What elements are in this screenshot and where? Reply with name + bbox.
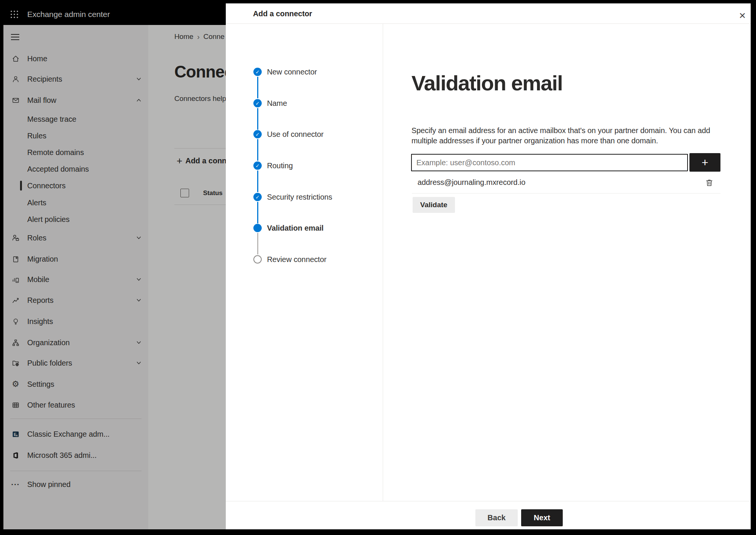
step-review-connector: ✓ Review connector (226, 251, 383, 268)
delete-address-button[interactable] (702, 176, 716, 189)
step-done-icon: ✓ (253, 99, 262, 107)
wizard-page-description: Specify an email address for an active m… (411, 126, 710, 146)
next-button[interactable]: Next (521, 509, 563, 526)
plus-icon: + (702, 156, 708, 169)
trash-icon (705, 178, 714, 187)
modal-overlay-scrim (3, 3, 226, 529)
app-window: Exchange admin center Home Recipients Ma… (3, 3, 751, 529)
check-icon: ✓ (256, 101, 260, 106)
added-address-item: address@journaling.mxrecord.io (418, 178, 525, 187)
step-security-restrictions: ✓ Security restrictions (226, 189, 383, 205)
validation-email-input[interactable] (411, 154, 688, 171)
add-email-address-button[interactable]: + (689, 153, 720, 172)
step-new-connector: ✓ New connector (226, 64, 383, 80)
close-icon[interactable]: × (735, 8, 750, 23)
add-connector-panel: Add a connector × ✓ New connector ✓ Name… (226, 3, 751, 529)
validate-button[interactable]: Validate (413, 197, 455, 213)
footer-divider (226, 501, 751, 501)
address-list-divider (412, 193, 720, 194)
back-button[interactable]: Back (475, 509, 518, 526)
step-current-icon: ✓ (253, 224, 262, 232)
step-done-icon: ✓ (253, 130, 262, 138)
panel-title: Add a connector (253, 9, 312, 18)
wizard-page-heading: Validation email (411, 71, 562, 95)
step-name: ✓ Name (226, 95, 383, 112)
step-use-of-connector: ✓ Use of connector (226, 126, 383, 143)
step-validation-email: ✓ Validation email (226, 220, 383, 236)
check-icon: ✓ (256, 194, 260, 200)
check-icon: ✓ (256, 163, 260, 169)
step-done-icon: ✓ (253, 193, 262, 201)
step-routing: ✓ Routing (226, 157, 383, 174)
step-todo-icon: ✓ (253, 255, 262, 264)
step-done-icon: ✓ (253, 161, 262, 170)
check-icon: ✓ (256, 69, 260, 75)
check-icon: ✓ (256, 132, 260, 137)
step-done-icon: ✓ (253, 68, 262, 76)
wizard-stepper: ✓ New connector ✓ Name ✓ Use of connecto… (226, 24, 383, 501)
